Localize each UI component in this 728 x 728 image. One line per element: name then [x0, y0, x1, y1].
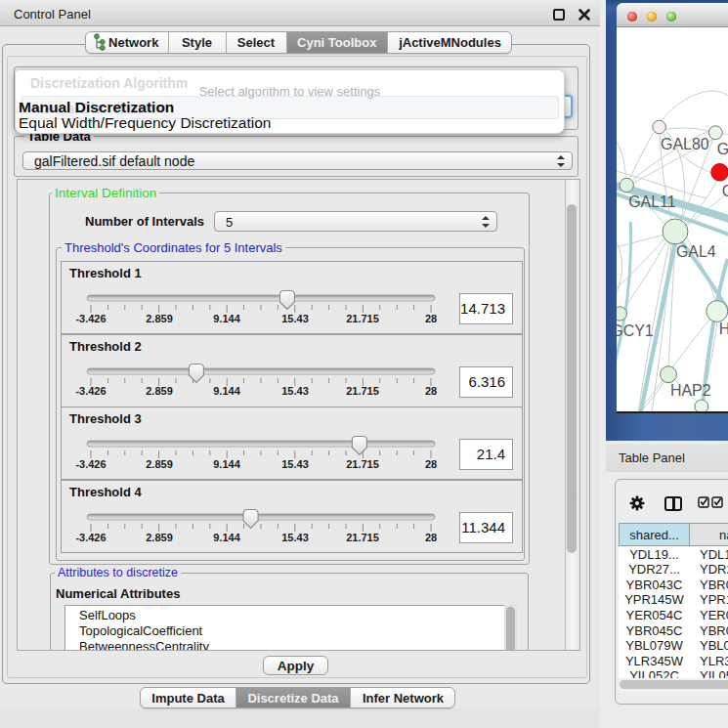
svg-text:C: C: [722, 183, 728, 199]
svg-text:GAL11: GAL11: [628, 193, 675, 210]
svg-text:GAL4: GAL4: [676, 243, 716, 260]
svg-text:GCY1: GCY1: [617, 322, 654, 339]
svg-text:GA: GA: [717, 141, 728, 157]
svg-text:HAP2: HAP2: [670, 382, 711, 399]
svg-text:GAL80: GAL80: [661, 136, 709, 152]
svg-text:H: H: [719, 321, 728, 337]
